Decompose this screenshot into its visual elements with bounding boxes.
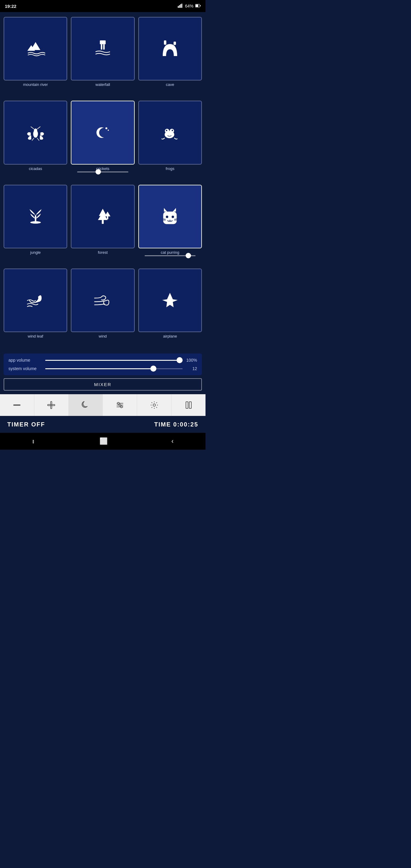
svg-rect-31: [102, 220, 104, 224]
sound-item-crickets: crickets: [71, 101, 134, 181]
status-bar: 19:22 64%: [0, 0, 205, 12]
svg-rect-33: [107, 216, 108, 219]
sound-card-waterfall[interactable]: [71, 17, 134, 81]
battery-icon: [195, 4, 201, 8]
svg-line-42: [175, 220, 178, 220]
svg-rect-45: [48, 404, 55, 406]
svg-rect-13: [173, 41, 176, 45]
svg-point-20: [105, 127, 107, 129]
sound-grid: mountain river waterfall cave cicadas cr…: [0, 12, 205, 349]
slider-row-cat-purring: [138, 255, 202, 256]
sound-card-frogs[interactable]: [138, 101, 202, 164]
svg-rect-0: [178, 6, 179, 8]
svg-rect-5: [195, 4, 198, 7]
sound-item-wind-leaf: wind leaf: [4, 269, 67, 349]
sound-card-cave[interactable]: [138, 17, 202, 81]
timer-time-label[interactable]: TIME 0:00:25: [154, 421, 198, 428]
svg-point-15: [34, 128, 37, 132]
svg-point-37: [166, 216, 168, 218]
sound-label-cicadas: cicadas: [29, 166, 42, 171]
svg-rect-44: [13, 404, 21, 406]
moon-button[interactable]: [69, 394, 103, 416]
svg-point-26: [172, 130, 173, 131]
svg-point-48: [118, 402, 119, 404]
bottom-toolbar: [0, 394, 205, 416]
svg-point-53: [153, 404, 156, 406]
sound-item-mountain-river: mountain river: [4, 17, 67, 97]
sound-label-jungle: jungle: [30, 250, 41, 255]
svg-line-17: [37, 127, 40, 129]
home-button[interactable]: ⬜: [99, 437, 107, 445]
svg-line-40: [163, 220, 166, 220]
sound-card-cicadas[interactable]: [4, 101, 67, 164]
svg-line-19: [37, 138, 39, 141]
timer-bar: TIMER OFF TIME 0:00:25: [0, 416, 205, 433]
slider-row-crickets: [71, 172, 134, 173]
status-right: 64%: [178, 4, 201, 9]
svg-point-50: [121, 406, 122, 408]
sys-volume-row: system volume 12: [8, 366, 197, 371]
nav-bar: ⫾ ⬜ ‹: [0, 433, 205, 450]
sound-item-frogs: frogs: [138, 101, 202, 181]
plus-button[interactable]: [34, 394, 69, 416]
sound-card-wind-leaf[interactable]: [4, 269, 67, 332]
svg-rect-9: [100, 40, 105, 44]
app-volume-row: app volume 100%: [8, 358, 197, 363]
minus-button[interactable]: [0, 394, 34, 416]
svg-rect-55: [189, 402, 191, 408]
sound-label-forest: forest: [98, 250, 108, 255]
sound-item-cicadas: cicadas: [4, 101, 67, 181]
sys-volume-value: 12: [186, 366, 197, 371]
sound-card-jungle[interactable]: [4, 185, 67, 248]
sound-label-frogs: frogs: [166, 166, 175, 171]
sys-volume-label: system volume: [8, 366, 41, 371]
sound-item-wind: wind: [71, 269, 134, 349]
sound-item-waterfall: waterfall: [71, 17, 134, 97]
sound-item-cat-purring: cat purring: [138, 185, 202, 265]
sound-card-airplane[interactable]: [138, 269, 202, 332]
battery-label: 64%: [185, 4, 193, 8]
signal-icon: [178, 4, 183, 9]
svg-line-16: [31, 127, 34, 129]
svg-point-38: [172, 216, 174, 218]
sound-card-mountain-river[interactable]: [4, 17, 67, 81]
svg-rect-10: [101, 44, 102, 50]
svg-rect-46: [51, 401, 52, 409]
mixer-button[interactable]: MIXER: [4, 378, 202, 391]
svg-rect-6: [200, 5, 201, 6]
recent-apps-button[interactable]: ⫾: [32, 438, 36, 445]
svg-marker-36: [173, 208, 176, 212]
sound-label-mountain-river: mountain river: [23, 82, 48, 87]
timer-off-label[interactable]: TIMER OFF: [7, 421, 45, 428]
sound-label-wind-leaf: wind leaf: [28, 334, 43, 338]
volume-slider-cat-purring[interactable]: [145, 255, 195, 256]
sound-label-airplane: airplane: [163, 334, 177, 338]
volume-slider-crickets[interactable]: [77, 172, 128, 173]
svg-line-18: [32, 138, 34, 141]
back-button[interactable]: ‹: [171, 437, 173, 445]
settings-button[interactable]: [137, 394, 171, 416]
app-volume-label: app volume: [8, 358, 41, 363]
svg-rect-1: [179, 5, 180, 8]
svg-rect-3: [181, 4, 182, 8]
status-time: 19:22: [5, 4, 16, 9]
svg-rect-54: [186, 402, 188, 408]
sound-card-forest[interactable]: [71, 185, 134, 248]
app-volume-slider[interactable]: [45, 360, 183, 361]
sound-item-cave: cave: [138, 17, 202, 97]
sound-item-jungle: jungle: [4, 185, 67, 265]
sound-card-cat-purring[interactable]: [138, 185, 202, 248]
sliders-button[interactable]: [103, 394, 137, 416]
sound-label-wind: wind: [99, 334, 107, 338]
sound-item-airplane: airplane: [138, 269, 202, 349]
svg-rect-2: [180, 4, 181, 8]
sound-item-forest: forest: [71, 185, 134, 265]
split-button[interactable]: [171, 394, 205, 416]
sys-volume-slider[interactable]: [45, 368, 183, 369]
volume-section: app volume 100% system volume 12: [4, 353, 202, 375]
sound-label-cave: cave: [166, 82, 174, 87]
app-volume-value: 100%: [186, 358, 197, 363]
sound-card-crickets[interactable]: [71, 101, 134, 164]
sound-card-wind[interactable]: [71, 269, 134, 332]
svg-marker-35: [164, 208, 167, 212]
